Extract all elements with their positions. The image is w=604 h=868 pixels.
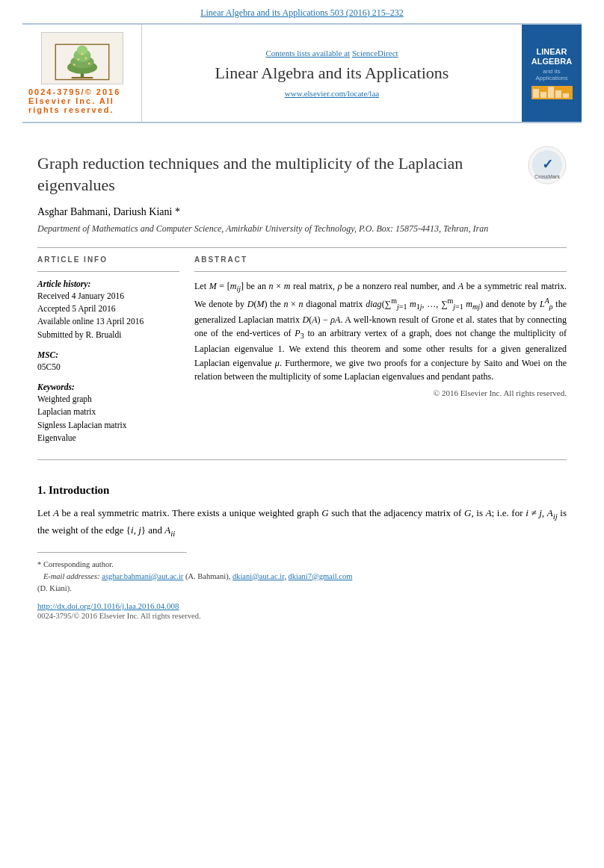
msc-label: MSC:	[37, 350, 179, 359]
main-content: ✓ CrossMark Graph reduction techniques a…	[0, 123, 604, 635]
email-1[interactable]: asghar.bahmani@aut.ac.ir	[102, 572, 183, 580]
copyright-text: © 2016 Elsevier Inc. All rights reserved…	[194, 388, 567, 397]
journal-citation[interactable]: Linear Algebra and its Applications 503 …	[0, 0, 604, 23]
badge-line1: LINEAR ALGEBRA	[531, 47, 572, 66]
badge-graphic	[531, 86, 573, 99]
abstract-text: Let M = [mij] be an n × m real matrix, ρ…	[194, 279, 567, 384]
crossmark-badge[interactable]: ✓ CrossMark	[528, 146, 567, 187]
email-label: E-mail addresses:	[43, 572, 100, 580]
article-title: Graph reduction techniques and the multi…	[37, 153, 471, 196]
submitted-by: Submitted by R. Brualdi	[37, 329, 179, 341]
email-2[interactable]: dkiani@aut.ac.ir,	[232, 572, 286, 580]
svg-point-9	[84, 58, 87, 60]
received-date: Received 4 January 2016	[37, 290, 179, 303]
sciencedirect-name[interactable]: ScienceDirect	[352, 49, 398, 58]
divider-info	[37, 271, 179, 272]
keyword-2: Laplacian matrix	[37, 406, 179, 418]
article-history-label: Article history:	[37, 279, 179, 288]
abstract-label: ABSTRACT	[194, 255, 567, 264]
elsevier-label: 0024-3795/© 2016 Elsevier Inc. All right…	[28, 87, 135, 114]
svg-point-7	[87, 63, 90, 65]
article-info-label: ARTICLE INFO	[37, 255, 179, 264]
doi-link[interactable]: http://dx.doi.org/10.1016/j.laa.2016.04.…	[37, 601, 567, 610]
divider-1	[37, 247, 567, 248]
affiliation: Department of Mathematics and Computer S…	[37, 223, 567, 235]
doi-anchor[interactable]: http://dx.doi.org/10.1016/j.laa.2016.04.…	[37, 601, 179, 610]
article-info-section: ARTICLE INFO Article history: Received 4…	[37, 255, 179, 444]
elsevier-tree-svg	[52, 43, 112, 81]
email-1-name: (A. Bahmani),	[185, 572, 230, 580]
elsevier-logo-section: 0024-3795/© 2016 Elsevier Inc. All right…	[22, 25, 142, 122]
keyword-4: Eigenvalue	[37, 432, 179, 444]
authors: Asghar Bahmani, Dariush Kiani *	[37, 206, 567, 218]
journal-title-large: Linear Algebra and its Applications	[215, 63, 449, 83]
theorem-word: theorem	[351, 344, 380, 354]
divider-abstract	[194, 271, 567, 272]
email-3[interactable]: dkiani7@gmail.com	[289, 572, 353, 580]
sciencedirect-prefix: Contents lists available at	[265, 49, 350, 58]
msc-value: 05C50	[37, 361, 179, 373]
journal-header: 0024-3795/© 2016 Elsevier Inc. All right…	[22, 23, 582, 123]
issn-line: 0024-3795/© 2016 Elsevier Inc. All right…	[37, 612, 567, 620]
svg-point-6	[73, 63, 75, 66]
journal-url[interactable]: www.elsevier.com/locate/laa	[285, 89, 379, 98]
corresponding-author-note: * Corresponding author.	[37, 560, 114, 568]
footnote-star: * Corresponding author.	[37, 559, 567, 571]
journal-citation-text: Linear Algebra and its Applications 503 …	[200, 7, 404, 18]
badge-subtitle: and its Applications	[535, 68, 567, 81]
journal-badge: LINEAR ALGEBRA and its Applications	[522, 25, 582, 122]
sciencedirect-link[interactable]: Contents lists available at ScienceDirec…	[265, 49, 398, 58]
svg-rect-1	[71, 77, 93, 78]
footnote-divider	[37, 552, 187, 553]
keyword-1: Weighted graph	[37, 393, 179, 406]
authors-text: Asghar Bahmani, Dariush Kiani *	[37, 206, 180, 217]
journal-header-middle: Contents lists available at ScienceDirec…	[142, 25, 522, 122]
abstract-section: ABSTRACT Let M = [mij] be an n × m real …	[194, 255, 567, 444]
divider-2	[37, 459, 567, 460]
crossmark-icon: ✓ CrossMark	[528, 146, 567, 185]
footnote-email: E-mail addresses: asghar.bahmani@aut.ac.…	[37, 571, 567, 583]
keywords-label: Keywords:	[37, 382, 179, 391]
svg-text:CrossMark: CrossMark	[534, 174, 560, 179]
svg-point-10	[81, 53, 83, 55]
available-online: Available online 13 April 2016	[37, 315, 179, 328]
intro-paragraph: Let A be a real symmetric matrix. There …	[37, 506, 567, 540]
svg-point-8	[77, 58, 79, 61]
intro-section-title: 1. Introduction	[37, 484, 567, 497]
footnote-name-2: (D. Kiani).	[37, 583, 567, 595]
article-info-abstract: ARTICLE INFO Article history: Received 4…	[37, 255, 567, 444]
svg-text:✓: ✓	[542, 157, 553, 172]
elsevier-logo-image	[41, 32, 123, 84]
accepted-date: Accepted 5 April 2016	[37, 303, 179, 315]
keyword-3: Signless Laplacian matrix	[37, 419, 179, 432]
